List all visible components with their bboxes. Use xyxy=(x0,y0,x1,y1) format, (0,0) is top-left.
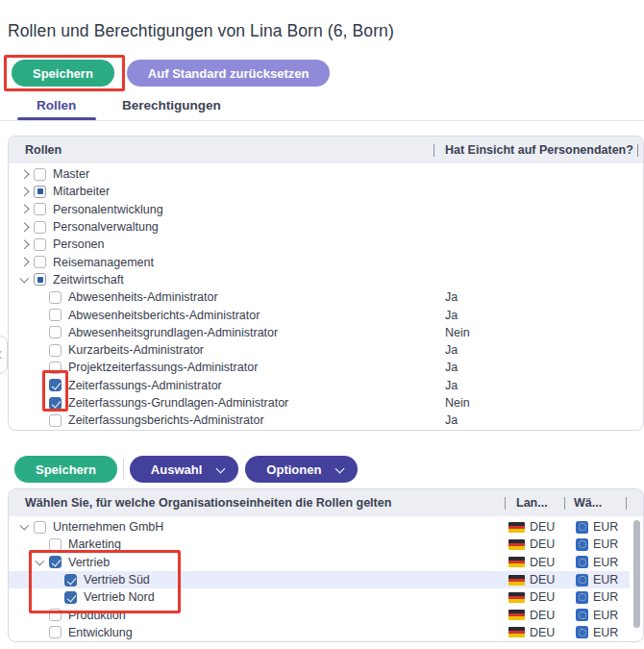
currency-cell: EUR xyxy=(576,626,618,639)
row-label: Abwesenheits-Administrator xyxy=(68,290,218,304)
table-row[interactable]: Reisemanagement xyxy=(9,253,643,270)
page-title: Rollen und Berechtigungen von Lina Born … xyxy=(8,21,394,41)
chevron-down-icon[interactable] xyxy=(18,521,34,533)
row-label: Vertrieb Süd xyxy=(84,573,150,587)
checkbox-unchecked[interactable] xyxy=(34,168,46,181)
checkbox-checked[interactable] xyxy=(64,591,77,604)
org-units-table: Wählen Sie, für welche Organisationseinh… xyxy=(8,488,644,642)
checkbox-unchecked[interactable] xyxy=(49,538,62,551)
reset-to-default-button[interactable]: Auf Standard zurücksetzen xyxy=(127,60,331,87)
tab-berechtigungen[interactable]: Berechtigungen xyxy=(122,98,221,112)
table-row[interactable]: Personalentwicklung xyxy=(9,201,643,218)
chevron-right-icon[interactable] xyxy=(18,238,34,250)
land-cell: DEU xyxy=(508,626,555,639)
checkbox-unchecked[interactable] xyxy=(49,414,62,427)
chevron-right-icon[interactable] xyxy=(18,186,34,197)
table-row[interactable]: Master xyxy=(9,165,643,183)
eu-flag-icon xyxy=(576,609,588,621)
table-row[interactable]: Zeiterfassungs-Grundlagen-AdministratorN… xyxy=(9,394,643,412)
land-column-header: Lan... xyxy=(516,496,548,510)
row-label: Marketing xyxy=(68,537,121,551)
row-label: Kurzarbeits-Administrator xyxy=(68,343,204,357)
table-row[interactable]: Vertrieb SüdDEUEUR xyxy=(9,571,643,588)
table-row[interactable]: Zeitwirtschaft xyxy=(9,271,643,288)
table-row[interactable]: Kurzarbeits-AdministratorJa xyxy=(9,341,643,359)
table-row[interactable]: Mitarbeiter xyxy=(9,183,643,200)
chevron-right-icon[interactable] xyxy=(18,257,34,268)
checkbox-checked[interactable] xyxy=(64,574,77,587)
auswahl-dropdown-button[interactable]: Auswahl xyxy=(130,456,238,483)
checkbox-checked[interactable] xyxy=(49,397,62,410)
chevron-down-icon[interactable] xyxy=(18,274,34,286)
currency-code: EUR xyxy=(593,556,618,569)
table-row[interactable]: Personalverwaltung xyxy=(9,218,643,236)
save-button[interactable]: Speichern xyxy=(12,60,114,87)
row-label: Vertrieb Nord xyxy=(84,590,155,604)
chevron-right-icon[interactable] xyxy=(18,204,34,215)
checkbox-unchecked[interactable] xyxy=(34,521,46,534)
checkbox-unchecked[interactable] xyxy=(34,203,46,215)
row-label: Abwesenheitsberichts-Administrator xyxy=(68,309,260,322)
currency-cell: EUR xyxy=(576,573,618,587)
table-row[interactable]: Abwesenheits-AdministratorJa xyxy=(9,288,643,306)
checkbox-unchecked[interactable] xyxy=(34,256,46,268)
checkbox-unchecked[interactable] xyxy=(49,344,62,357)
column-divider xyxy=(433,144,434,157)
currency-cell: EUR xyxy=(576,609,618,622)
checkbox-checked[interactable] xyxy=(49,379,62,391)
table-row[interactable]: Zeiterfassungsberichts-AdministratorJa xyxy=(9,412,643,429)
org-save-button[interactable]: Speichern xyxy=(14,456,117,483)
checkbox-unchecked[interactable] xyxy=(49,291,62,304)
eu-flag-icon xyxy=(576,556,588,568)
eu-flag-icon xyxy=(576,538,588,551)
einsicht-value: Ja xyxy=(445,379,458,392)
checkbox-unchecked[interactable] xyxy=(49,609,62,621)
einsicht-column-header: Hat Einsicht auf Personendaten? xyxy=(445,143,633,157)
checkbox-unchecked[interactable] xyxy=(49,626,62,638)
table-row[interactable]: Personen xyxy=(9,236,643,253)
checkbox-unchecked[interactable] xyxy=(49,326,62,338)
auswahl-label: Auswahl xyxy=(151,462,202,477)
table-row[interactable]: MarketingDEUEUR xyxy=(9,536,643,553)
checkbox-unchecked[interactable] xyxy=(34,221,46,234)
checkbox-unchecked[interactable] xyxy=(34,238,46,251)
row-label: Mitarbeiter xyxy=(53,185,110,198)
table-row[interactable]: ProduktionDEUEUR xyxy=(9,606,643,623)
optionen-dropdown-button[interactable]: Optionen xyxy=(245,456,358,483)
table-row[interactable]: Abwesenheitsberichts-AdministratorJa xyxy=(9,306,643,323)
chevron-down-icon[interactable] xyxy=(34,557,49,568)
column-divider xyxy=(626,497,627,510)
table-row[interactable]: EntwicklungDEUEUR xyxy=(9,624,643,641)
checkbox-unchecked[interactable] xyxy=(49,309,62,321)
german-flag-icon xyxy=(508,522,525,533)
row-label: Entwicklung xyxy=(68,626,133,639)
checkbox-unchecked[interactable] xyxy=(49,362,62,374)
chevron-right-icon[interactable] xyxy=(18,221,34,233)
land-cell: DEU xyxy=(508,590,555,604)
table-row[interactable]: Projektzeiterfassungs-AdministratorJa xyxy=(9,359,643,376)
currency-code: EUR xyxy=(593,520,618,534)
checkbox-indeterminate[interactable] xyxy=(34,186,46,198)
column-divider xyxy=(637,144,638,157)
collapse-panel-button[interactable] xyxy=(0,336,8,374)
row-label: Projektzeiterfassungs-Administrator xyxy=(68,361,258,374)
checkbox-checked[interactable] xyxy=(49,556,62,568)
roles-tree: MasterMitarbeiterPersonalentwicklungPers… xyxy=(9,163,643,429)
einsicht-value: Nein xyxy=(445,326,470,339)
table-row[interactable]: Vertrieb NordDEUEUR xyxy=(9,588,643,606)
table-row[interactable]: VertriebDEUEUR xyxy=(9,554,643,571)
tab-rollen[interactable]: Rollen xyxy=(37,98,76,112)
org-toolbar: Speichern Auswahl Optionen xyxy=(14,456,358,483)
german-flag-icon xyxy=(508,610,525,620)
table-row[interactable]: Zeiterfassungs-AdministratorJa xyxy=(9,377,643,394)
currency-cell: EUR xyxy=(576,537,618,551)
chevron-right-icon[interactable] xyxy=(18,168,34,180)
table-row[interactable]: Abwesenheitsgrundlagen-AdministratorNein xyxy=(9,324,643,341)
table-row[interactable]: Unternehmen GmbHDEUEUR xyxy=(9,518,643,536)
vertical-scrollbar-thumb[interactable] xyxy=(633,520,640,628)
column-divider xyxy=(564,497,565,510)
checkbox-indeterminate[interactable] xyxy=(34,273,46,286)
land-cell: DEU xyxy=(508,556,555,569)
land-cell: DEU xyxy=(508,537,555,551)
einsicht-value: Ja xyxy=(445,290,458,304)
